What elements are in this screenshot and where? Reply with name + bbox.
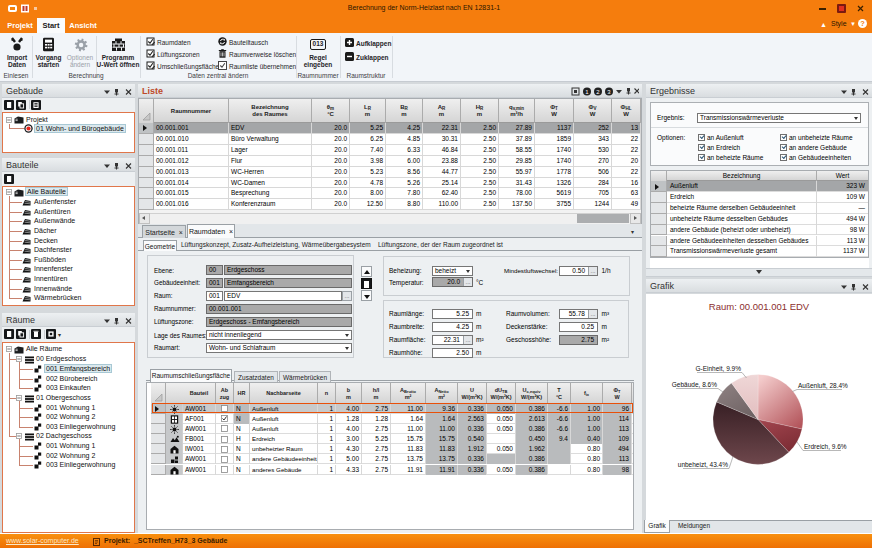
- svg-text:Außenluft, 28.4%: Außenluft, 28.4%: [798, 382, 848, 389]
- svg-text:Erdreich, 9.6%: Erdreich, 9.6%: [804, 443, 847, 450]
- svg-text:unbeheizt, 43.4%: unbeheizt, 43.4%: [678, 461, 728, 468]
- svg-text:G-Einheit, 9.9%: G-Einheit, 9.9%: [695, 365, 741, 372]
- svg-text:Gebäude, 8.6%: Gebäude, 8.6%: [672, 381, 717, 388]
